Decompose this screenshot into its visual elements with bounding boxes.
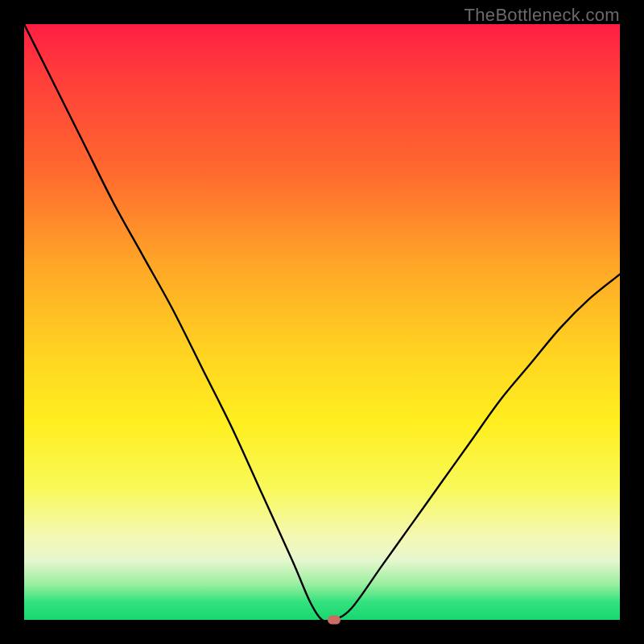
attribution-text: TheBottleneck.com	[464, 5, 620, 26]
optimum-marker	[328, 616, 341, 625]
plot-area	[24, 24, 620, 620]
bottleneck-curve	[24, 24, 620, 620]
chart-frame: TheBottleneck.com	[0, 0, 644, 644]
curve-svg	[24, 24, 620, 620]
